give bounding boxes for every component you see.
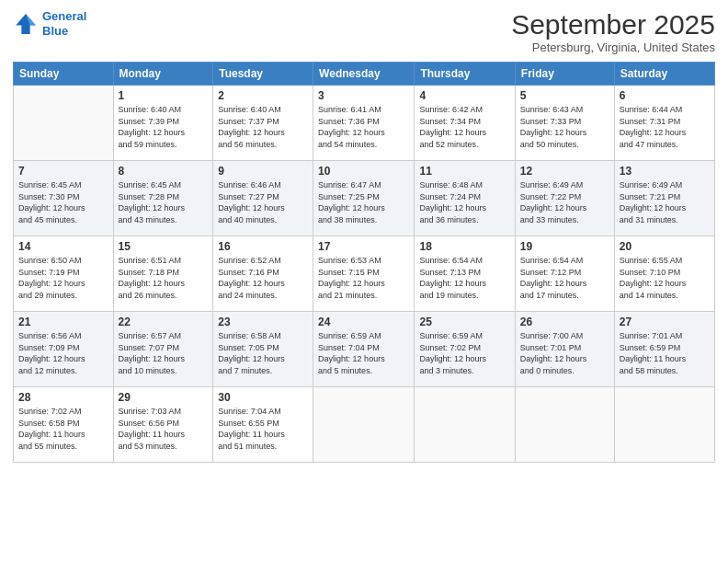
day-number: 22: [119, 316, 209, 328]
title-block: September 2025 Petersburg, Virginia, Uni…: [511, 9, 715, 54]
calendar-cell: 24Sunrise: 6:59 AM Sunset: 7:04 PM Dayli…: [313, 312, 415, 387]
calendar-cell: [415, 387, 515, 463]
day-number: 5: [520, 89, 609, 102]
calendar-cell: 21Sunrise: 6:56 AM Sunset: 7:09 PM Dayli…: [14, 312, 114, 387]
day-number: 13: [620, 165, 710, 178]
day-info: Sunrise: 7:01 AM Sunset: 6:59 PM Dayligh…: [620, 330, 710, 376]
calendar-cell: 16Sunrise: 6:52 AM Sunset: 7:16 PM Dayli…: [213, 236, 313, 312]
calendar-cell: 2Sunrise: 6:40 AM Sunset: 7:37 PM Daylig…: [213, 86, 313, 161]
calendar-table: SundayMondayTuesdayWednesdayThursdayFrid…: [13, 62, 715, 463]
calendar-cell: 11Sunrise: 6:48 AM Sunset: 7:24 PM Dayli…: [415, 161, 515, 236]
calendar-week-row: 14Sunrise: 6:50 AM Sunset: 7:19 PM Dayli…: [14, 236, 715, 312]
header: General Blue September 2025 Petersburg, …: [13, 9, 715, 54]
calendar-cell: 9Sunrise: 6:46 AM Sunset: 7:27 PM Daylig…: [213, 161, 313, 236]
weekday-tuesday: Tuesday: [213, 63, 313, 86]
day-info: Sunrise: 6:51 AM Sunset: 7:18 PM Dayligh…: [119, 255, 209, 301]
day-info: Sunrise: 6:56 AM Sunset: 7:09 PM Dayligh…: [18, 330, 108, 376]
day-number: 19: [520, 240, 609, 253]
calendar-cell: 28Sunrise: 7:02 AM Sunset: 6:58 PM Dayli…: [14, 387, 114, 463]
day-number: 25: [419, 316, 509, 328]
day-info: Sunrise: 6:49 AM Sunset: 7:21 PM Dayligh…: [620, 179, 710, 225]
day-info: Sunrise: 6:41 AM Sunset: 7:36 PM Dayligh…: [318, 104, 409, 150]
day-info: Sunrise: 7:02 AM Sunset: 6:58 PM Dayligh…: [18, 406, 108, 452]
day-info: Sunrise: 6:49 AM Sunset: 7:22 PM Dayligh…: [520, 179, 609, 225]
weekday-monday: Monday: [113, 63, 213, 86]
calendar-cell: [313, 387, 415, 463]
calendar-cell: 3Sunrise: 6:41 AM Sunset: 7:36 PM Daylig…: [313, 86, 415, 161]
calendar-cell: [515, 387, 614, 463]
day-info: Sunrise: 7:00 AM Sunset: 7:01 PM Dayligh…: [520, 330, 609, 376]
calendar-cell: 25Sunrise: 6:59 AM Sunset: 7:02 PM Dayli…: [415, 312, 515, 387]
calendar-cell: 8Sunrise: 6:45 AM Sunset: 7:28 PM Daylig…: [113, 161, 213, 236]
day-number: 10: [318, 165, 409, 178]
day-number: 28: [18, 391, 108, 404]
day-number: 14: [18, 240, 108, 253]
weekday-thursday: Thursday: [415, 63, 515, 86]
day-number: 12: [520, 165, 609, 178]
calendar-cell: [14, 86, 114, 161]
day-info: Sunrise: 6:59 AM Sunset: 7:04 PM Dayligh…: [318, 330, 409, 376]
day-number: 8: [119, 165, 209, 178]
calendar-cell: 19Sunrise: 6:54 AM Sunset: 7:12 PM Dayli…: [515, 236, 614, 312]
day-info: Sunrise: 6:50 AM Sunset: 7:19 PM Dayligh…: [18, 255, 108, 301]
calendar-cell: 17Sunrise: 6:53 AM Sunset: 7:15 PM Dayli…: [313, 236, 415, 312]
calendar-cell: 5Sunrise: 6:43 AM Sunset: 7:33 PM Daylig…: [515, 86, 614, 161]
day-number: 3: [318, 89, 409, 102]
calendar-cell: 12Sunrise: 6:49 AM Sunset: 7:22 PM Dayli…: [515, 161, 614, 236]
day-number: 17: [318, 240, 409, 253]
day-number: 26: [520, 316, 609, 328]
calendar-cell: 6Sunrise: 6:44 AM Sunset: 7:31 PM Daylig…: [614, 86, 714, 161]
day-number: 30: [218, 391, 308, 404]
day-number: 24: [318, 316, 409, 328]
calendar-cell: 22Sunrise: 6:57 AM Sunset: 7:07 PM Dayli…: [113, 312, 213, 387]
day-info: Sunrise: 6:48 AM Sunset: 7:24 PM Dayligh…: [419, 179, 509, 225]
day-info: Sunrise: 6:42 AM Sunset: 7:34 PM Dayligh…: [419, 104, 509, 150]
weekday-wednesday: Wednesday: [313, 63, 415, 86]
day-info: Sunrise: 6:53 AM Sunset: 7:15 PM Dayligh…: [318, 255, 409, 301]
day-number: 15: [119, 240, 209, 253]
day-number: 27: [620, 316, 710, 328]
day-info: Sunrise: 6:40 AM Sunset: 7:37 PM Dayligh…: [218, 104, 308, 150]
logo-icon: [13, 11, 39, 37]
weekday-header-row: SundayMondayTuesdayWednesdayThursdayFrid…: [14, 63, 715, 86]
day-number: 1: [119, 89, 209, 102]
calendar-cell: 23Sunrise: 6:58 AM Sunset: 7:05 PM Dayli…: [213, 312, 313, 387]
day-info: Sunrise: 6:47 AM Sunset: 7:25 PM Dayligh…: [318, 179, 409, 225]
calendar-cell: 10Sunrise: 6:47 AM Sunset: 7:25 PM Dayli…: [313, 161, 415, 236]
day-number: 2: [218, 89, 308, 102]
day-number: 21: [18, 316, 108, 328]
calendar-week-row: 1Sunrise: 6:40 AM Sunset: 7:39 PM Daylig…: [14, 86, 715, 161]
calendar-cell: [614, 387, 714, 463]
calendar-week-row: 7Sunrise: 6:45 AM Sunset: 7:30 PM Daylig…: [14, 161, 715, 236]
day-info: Sunrise: 6:40 AM Sunset: 7:39 PM Dayligh…: [119, 104, 209, 150]
day-number: 29: [119, 391, 209, 404]
day-info: Sunrise: 6:59 AM Sunset: 7:02 PM Dayligh…: [419, 330, 509, 376]
logo-text: General Blue: [42, 9, 86, 38]
day-info: Sunrise: 6:45 AM Sunset: 7:28 PM Dayligh…: [119, 179, 209, 225]
day-info: Sunrise: 6:54 AM Sunset: 7:13 PM Dayligh…: [419, 255, 509, 301]
calendar-cell: 26Sunrise: 7:00 AM Sunset: 7:01 PM Dayli…: [515, 312, 614, 387]
day-info: Sunrise: 6:58 AM Sunset: 7:05 PM Dayligh…: [218, 330, 308, 376]
day-info: Sunrise: 6:43 AM Sunset: 7:33 PM Dayligh…: [520, 104, 609, 150]
day-number: 16: [218, 240, 308, 253]
calendar-cell: 13Sunrise: 6:49 AM Sunset: 7:21 PM Dayli…: [614, 161, 714, 236]
day-info: Sunrise: 6:52 AM Sunset: 7:16 PM Dayligh…: [218, 255, 308, 301]
day-number: 6: [620, 89, 710, 102]
calendar-cell: 4Sunrise: 6:42 AM Sunset: 7:34 PM Daylig…: [415, 86, 515, 161]
calendar-cell: 29Sunrise: 7:03 AM Sunset: 6:56 PM Dayli…: [113, 387, 213, 463]
day-info: Sunrise: 7:04 AM Sunset: 6:55 PM Dayligh…: [218, 406, 308, 452]
calendar-cell: 14Sunrise: 6:50 AM Sunset: 7:19 PM Dayli…: [14, 236, 114, 312]
day-info: Sunrise: 6:57 AM Sunset: 7:07 PM Dayligh…: [119, 330, 209, 376]
calendar-cell: 15Sunrise: 6:51 AM Sunset: 7:18 PM Dayli…: [113, 236, 213, 312]
day-info: Sunrise: 6:54 AM Sunset: 7:12 PM Dayligh…: [520, 255, 609, 301]
day-number: 20: [620, 240, 710, 253]
day-number: 4: [419, 89, 509, 102]
calendar-cell: 7Sunrise: 6:45 AM Sunset: 7:30 PM Daylig…: [14, 161, 114, 236]
location: Petersburg, Virginia, United States: [511, 40, 715, 54]
calendar-week-row: 21Sunrise: 6:56 AM Sunset: 7:09 PM Dayli…: [14, 312, 715, 387]
calendar-cell: 20Sunrise: 6:55 AM Sunset: 7:10 PM Dayli…: [614, 236, 714, 312]
weekday-sunday: Sunday: [14, 63, 114, 86]
day-number: 7: [18, 165, 108, 178]
day-info: Sunrise: 7:03 AM Sunset: 6:56 PM Dayligh…: [119, 406, 209, 452]
day-info: Sunrise: 6:44 AM Sunset: 7:31 PM Dayligh…: [620, 104, 710, 150]
